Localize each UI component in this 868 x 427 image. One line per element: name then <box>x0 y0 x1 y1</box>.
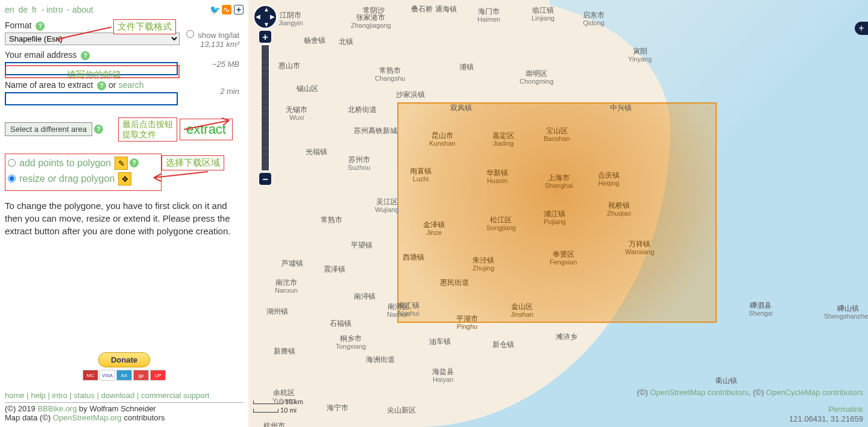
city-label: 海门市Haimen <box>477 7 500 24</box>
scale-bar: 10 km 10 mi <box>253 398 303 415</box>
city-label: 南汇镇Nanhui <box>398 301 420 318</box>
osm-link[interactable]: OpenStreetMap.org <box>53 413 122 422</box>
city-label: 朱泾镇Zhujing <box>473 256 494 273</box>
city-label: 嵊山镇Shengshanzhen <box>824 304 868 321</box>
city-label: 尖山新区 <box>387 406 416 414</box>
city-label: 杭州市 <box>263 422 285 427</box>
top-nav: en de fr - intro - about 🐦 ∿ + <box>5 5 244 14</box>
map[interactable]: 海门市Haimen临江镇Linjiang启东市Qidong通海镇叠石桥常阴沙张家… <box>248 0 868 427</box>
select-different-area-button[interactable]: Select a different area <box>5 122 92 136</box>
city-label: 石福镇 <box>330 319 351 328</box>
city-label: 新塍镇 <box>274 347 295 355</box>
footer-home[interactable]: home <box>5 391 25 400</box>
layer-add-button[interactable]: + <box>855 22 868 35</box>
bbbike-link[interactable]: BBBike.org <box>37 404 77 413</box>
city-label: 浦江镇Pujiang <box>544 210 566 226</box>
add-points-label: add points to polygon <box>19 158 111 169</box>
share-icon[interactable]: + <box>234 5 244 14</box>
lang-de[interactable]: de <box>18 5 28 14</box>
help-icon[interactable]: ? <box>130 158 139 167</box>
city-label: 通海镇 <box>435 5 457 13</box>
city-label: 海洲街道 <box>366 355 395 364</box>
nav-about[interactable]: about <box>72 5 93 14</box>
extract-button[interactable]: extract <box>180 119 233 140</box>
nav-intro[interactable]: intro <box>46 5 63 14</box>
lang-fr[interactable]: fr <box>32 5 37 14</box>
help-icon[interactable]: ? <box>81 51 90 60</box>
city-label: 祝桥镇Zhuqiao <box>607 201 631 218</box>
city-label: 西塘镇 <box>403 253 424 261</box>
city-label: 衢山镇 <box>715 376 737 385</box>
lang-en[interactable]: en <box>5 5 14 14</box>
footer-help[interactable]: help <box>31 391 46 400</box>
map-controls: ▲ ▼ ◀ ▶ + − <box>253 5 277 187</box>
city-label: 昆山市Kunshan <box>429 131 455 148</box>
city-label: 奉贤区Fengxian <box>550 250 577 267</box>
city-label: 江阴市Jiangyin <box>278 11 303 28</box>
help-icon[interactable]: ? <box>36 22 45 31</box>
zoom-slider[interactable] <box>261 45 269 171</box>
pan-control[interactable]: ▲ ▼ ◀ ▶ <box>253 5 277 29</box>
city-label: 合庆镇Heqing <box>598 171 620 188</box>
zoom-out-button[interactable]: − <box>259 172 272 185</box>
city-label: 松江区Songjiang <box>486 216 516 232</box>
resize-drag-radio[interactable] <box>8 175 16 182</box>
city-label: 寅阳Yinyang <box>628 47 652 64</box>
stat-area: 13,131 km² <box>200 40 239 49</box>
annotation-extract: 最后点击按钮 提取文件 <box>118 117 177 142</box>
city-label: 崇明区Chongming <box>520 69 553 86</box>
help-icon[interactable]: ? <box>94 125 103 134</box>
stat-size: ~25 MB <box>200 60 239 69</box>
search-link[interactable]: search <box>118 80 143 90</box>
city-label: 宝山区Baoshan <box>544 126 570 143</box>
city-label: 常熟市 <box>321 216 342 224</box>
city-label: 叠石桥 <box>411 5 433 13</box>
twitter-icon[interactable]: 🐦 <box>210 5 219 14</box>
city-label: 油车镇 <box>429 337 451 346</box>
city-label: 湖州镇 <box>266 307 288 316</box>
city-label: 芦墟镇 <box>281 259 303 267</box>
city-label: 浦镇 <box>459 63 474 71</box>
footer-intro[interactable]: intro <box>52 391 67 400</box>
footer-commercial[interactable]: commercial support <box>141 391 209 400</box>
add-points-radio[interactable] <box>8 159 16 167</box>
city-label: 海盐县Haiyan <box>432 367 454 384</box>
rss-icon[interactable]: ∿ <box>222 5 231 14</box>
copyright: (©) 2019 BBBike.org by Wolfram Schneider… <box>5 402 244 422</box>
city-label: 沙家浜镇 <box>396 90 425 99</box>
city-label: 甪直镇Luzhi <box>410 167 432 184</box>
footer-status[interactable]: status <box>74 391 95 400</box>
city-label: 张家港市Zhangjiagang <box>351 13 391 30</box>
city-label: 上海市Shanghai <box>545 173 573 190</box>
city-label: 无锡市Wuxi <box>286 105 307 122</box>
osm-attrib-link[interactable]: OpenStreetMap contributors <box>650 388 748 397</box>
zoom-in-button[interactable]: + <box>259 30 272 43</box>
donate-button[interactable]: Donate <box>98 352 150 367</box>
move-icon[interactable]: ✥ <box>118 172 131 185</box>
city-label: 中兴镇 <box>610 104 632 112</box>
city-label: 华新镇Huaxin <box>486 169 508 185</box>
area-name-input[interactable] <box>5 92 178 105</box>
pencil-icon[interactable]: ✎ <box>115 157 128 170</box>
instructions-text: To change the polygone, you have to firs… <box>5 199 244 237</box>
city-label: 金泽镇Jinze <box>423 220 445 237</box>
ocm-attrib-link[interactable]: OpenCycleMap contributors <box>766 388 863 397</box>
resize-drag-label: resize or drag polygon <box>19 173 115 184</box>
map-attribution: (©) OpenStreetMap contributors, (©) Open… <box>637 388 863 397</box>
city-label: 平湖市Pinghu <box>456 314 478 331</box>
format-select[interactable]: Shapefile (Esri) <box>5 33 180 45</box>
city-label: 北镇 <box>339 37 353 46</box>
city-label: 吴江区Wujiang <box>375 198 399 214</box>
city-label: 震泽镇 <box>324 265 345 273</box>
annotation-area: 选择下载区域 <box>162 155 224 170</box>
city-label: 平望镇 <box>351 241 373 249</box>
city-label: 惠山市 <box>278 61 300 70</box>
help-icon[interactable]: ? <box>97 81 106 90</box>
sidebar: en de fr - intro - about 🐦 ∿ + show lng/… <box>0 0 248 427</box>
stats: 13,131 km² ~25 MB 2 min <box>200 29 239 107</box>
email-input[interactable] <box>5 62 178 75</box>
footer-download[interactable]: download <box>101 391 135 400</box>
permalink[interactable]: Permalink <box>828 405 863 414</box>
city-label: 滩浒乡 <box>556 332 577 341</box>
city-label: 启东市Qidong <box>583 11 605 28</box>
